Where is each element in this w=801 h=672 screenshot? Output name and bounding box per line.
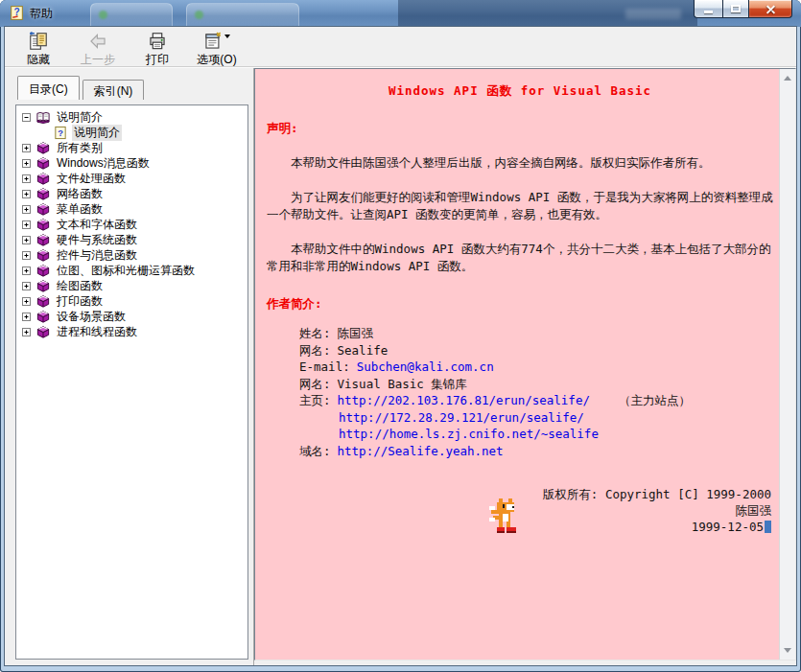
caption-buttons [694, 0, 792, 18]
author-name-value: 陈国强 [338, 326, 374, 340]
expand-icon[interactable] [22, 297, 31, 306]
scroll-down-button[interactable] [780, 642, 795, 659]
topic-title: Windows API 函数 for Visual Basic [267, 82, 773, 100]
options-button[interactable]: 选项(O) [195, 30, 239, 66]
email-link[interactable]: Subchen@kali.com.cn [357, 359, 494, 374]
homepage-link-3[interactable]: http://home.ls.zj.cnifo.net/~sealife [339, 427, 599, 441]
closed-book-icon [35, 279, 51, 293]
toolbar: 隐藏 上一步 打印 选项 [5, 27, 796, 67]
statement-paragraph: 为了让网友们能更好的阅读和管理Windows API 函数，于是我为大家将网上的… [267, 189, 773, 223]
help-window: 帮助 隐藏 上一步 [0, 0, 801, 672]
homepage-link-2[interactable]: http://172.28.29.121/erun/sealife/ [339, 410, 584, 425]
expand-icon[interactable] [22, 313, 31, 321]
hide-button[interactable]: 隐藏 [16, 30, 60, 66]
tree-item-label: 绘图函数 [55, 278, 105, 294]
tree-item-selected[interactable]: 说明简介 [21, 125, 246, 140]
pixel-fox-sprite [489, 497, 524, 535]
tree-item[interactable]: Windows消息函数 [21, 155, 246, 171]
tree-item-label: 控件与消息函数 [55, 247, 139, 264]
tree-item[interactable]: 所有类别 [21, 140, 246, 155]
expand-icon[interactable] [22, 205, 31, 214]
back-arrow-icon [88, 32, 107, 51]
tree-item-label: 菜单函数 [55, 201, 105, 218]
expand-icon[interactable] [22, 282, 31, 290]
author-nick-label: 网名: [299, 343, 331, 358]
closed-book-icon [35, 141, 51, 155]
close-button[interactable] [749, 0, 792, 18]
titlebar[interactable]: 帮助 [0, 0, 801, 27]
tree-item[interactable]: 菜单函数 [21, 201, 246, 217]
hide-panel-icon [29, 32, 48, 51]
copyright-row: 版权所有: Copyright [C] 1999-2000 陈国强 1999-1… [267, 486, 773, 535]
tree-item[interactable]: 位图、图标和光栅运算函数 [21, 263, 246, 278]
statement-paragraph: 本帮助文件中的Windows API 函数大约有774个，共分十二大类，基本上包… [267, 241, 773, 275]
closed-book-icon [35, 187, 51, 201]
background-glass-tab [90, 3, 173, 27]
tree-item[interactable]: 网络函数 [21, 186, 246, 201]
back-button[interactable]: 上一步 [76, 30, 120, 66]
tree-item[interactable]: 说明简介 [21, 109, 246, 125]
closed-book-icon [35, 248, 51, 263]
options-button-label: 选项(O) [197, 52, 236, 68]
author-site-label: 网名: [299, 377, 331, 391]
closed-book-icon [35, 218, 51, 232]
tab-index[interactable]: 索引(N) [82, 80, 145, 100]
closed-book-icon [35, 172, 51, 186]
tree-item-label: 所有类别 [55, 140, 105, 156]
topic-pane: Windows API 函数 for Visual Basic 声明: 本帮助文… [254, 68, 796, 660]
minimize-button[interactable] [694, 0, 722, 18]
tree-item-label: 说明简介 [55, 109, 105, 126]
homepage-link-1[interactable]: http://202.103.176.81/erun/sealife/ [338, 393, 590, 407]
window-title: 帮助 [30, 6, 53, 22]
open-book-icon [35, 110, 51, 125]
scroll-up-icon [784, 76, 791, 81]
tree-item-label: 文件处理函数 [55, 171, 128, 187]
tree-item-label: 硬件与系统函数 [55, 232, 139, 248]
expand-icon[interactable] [22, 159, 31, 168]
tree-item-label: 说明简介 [72, 125, 122, 141]
author-info: 姓名:陈国强 网名:Sealife E-mail:Subchen@kali.co… [267, 325, 773, 459]
tree-item-label: 位图、图标和光栅运算函数 [55, 263, 197, 279]
tree-item-label: 文本和字体函数 [55, 217, 139, 233]
dropdown-arrow-icon [224, 35, 230, 38]
tree-item[interactable]: 控件与消息函数 [21, 247, 246, 263]
text-caret [765, 521, 771, 533]
back-button-label: 上一步 [81, 52, 115, 68]
tree-item-label: Windows消息函数 [55, 155, 152, 172]
scroll-up-button[interactable] [780, 70, 795, 86]
background-glass-tab [186, 3, 299, 27]
copyright-text: 版权所有: Copyright [C] 1999-2000 陈国强 [524, 486, 771, 519]
expand-icon[interactable] [22, 144, 31, 152]
closed-book-icon [35, 294, 51, 309]
closed-book-icon [35, 233, 51, 247]
expand-icon[interactable] [22, 266, 31, 275]
expand-icon[interactable] [22, 251, 31, 260]
expand-icon[interactable] [22, 236, 31, 244]
closed-book-icon [35, 264, 51, 278]
vertical-scrollbar[interactable] [779, 69, 795, 660]
expand-icon[interactable] [22, 328, 31, 336]
print-button[interactable]: 打印 [135, 30, 179, 66]
tree-item[interactable]: 进程和线程函数 [21, 324, 246, 339]
author-name-label: 姓名: [299, 326, 331, 340]
expand-icon[interactable] [22, 174, 31, 183]
tab-contents[interactable]: 目录(C) [17, 76, 80, 100]
expand-icon[interactable] [22, 220, 31, 229]
date-text: 1999-12-05 [692, 520, 764, 534]
tree-item[interactable]: 文本和字体函数 [21, 217, 246, 232]
collapse-icon[interactable] [22, 113, 31, 122]
maximize-icon [731, 5, 741, 12]
tree-item[interactable]: 设备场景函数 [21, 309, 246, 324]
tree-item[interactable]: 打印函数 [21, 293, 246, 309]
close-icon [766, 4, 776, 14]
tab-contents-label: 目录(C) [29, 82, 68, 96]
expand-icon[interactable] [22, 190, 31, 198]
tree-item[interactable]: 硬件与系统函数 [21, 232, 246, 247]
author-nick-value: Sealife [338, 343, 389, 358]
tree-item[interactable]: 文件处理函数 [21, 171, 246, 186]
domain-link[interactable]: http://Sealife.yeah.net [338, 444, 504, 458]
contents-tree[interactable]: 说明简介 说明简介 所有类别 Windows消息函数 [15, 104, 248, 660]
help-file-icon [9, 5, 25, 21]
maximize-button[interactable] [722, 0, 749, 18]
tree-item[interactable]: 绘图函数 [21, 278, 246, 293]
